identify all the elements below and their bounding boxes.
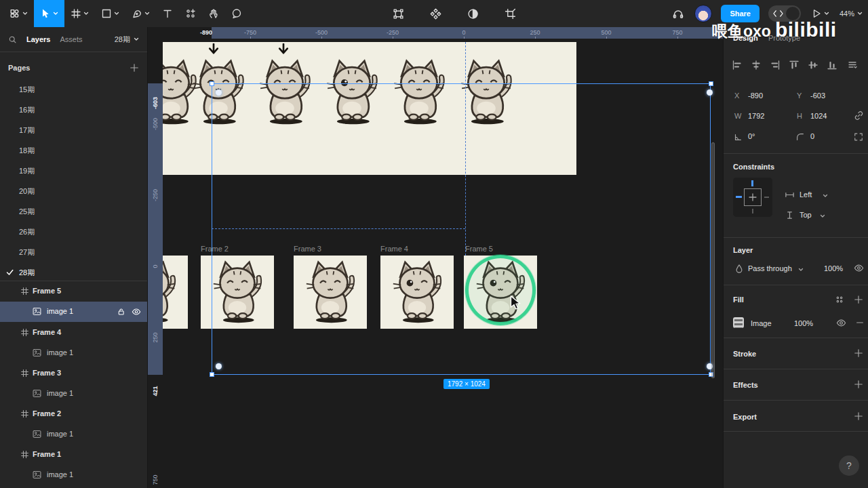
page-item[interactable]: 15期 [0, 79, 147, 100]
add-effect-icon[interactable] [854, 380, 863, 389]
selection-handle-ne[interactable] [709, 81, 713, 86]
unlock-icon[interactable] [117, 307, 125, 316]
constraints-widget[interactable] [733, 178, 772, 217]
h-ruler-label: 750 [672, 29, 682, 36]
corner-radius-value[interactable]: 0 [810, 132, 814, 140]
layer-frame-5[interactable]: Frame 5 [0, 281, 147, 302]
horizontal-constraint-value[interactable]: Left [800, 190, 812, 199]
layer-image-1[interactable]: image 1 [0, 465, 147, 485]
canvas-scrollbar[interactable] [711, 142, 715, 378]
crop-button[interactable] [498, 0, 522, 27]
add-fill-icon[interactable] [854, 295, 863, 304]
x-value[interactable]: -890 [748, 92, 763, 100]
distribute-more-icon[interactable] [847, 60, 858, 70]
page-item[interactable]: 17期 [0, 120, 147, 140]
align-left-icon[interactable] [732, 60, 743, 70]
add-stroke-icon[interactable] [854, 348, 863, 358]
layer-frame-2[interactable]: Frame 2 [0, 404, 147, 424]
avatar[interactable] [694, 5, 712, 22]
resources-tool-button[interactable] [179, 0, 202, 27]
page-selector[interactable]: 28期 [115, 35, 139, 45]
align-vertical-center-icon[interactable] [808, 60, 818, 70]
pen-tool-button[interactable] [125, 0, 156, 27]
frame-thumbnail-3[interactable] [294, 256, 367, 329]
styles-icon[interactable] [835, 295, 844, 304]
layer-image-1[interactable]: image 1 [0, 384, 147, 404]
fill-image-thumbnail[interactable] [733, 317, 744, 328]
horizontal-ruler[interactable]: -890 -750 -500 -250 0 250 500 750 [163, 27, 723, 39]
layer-opacity-value[interactable]: 100% [824, 264, 843, 272]
vertical-constraint-icon [785, 210, 795, 220]
page-item[interactable]: 19期 [0, 161, 147, 181]
frame-label[interactable]: Frame 2 [201, 245, 229, 253]
tab-layers[interactable]: Layers [26, 35, 50, 43]
frame-label[interactable]: Frame 5 [465, 245, 493, 253]
mask-button[interactable] [461, 0, 485, 27]
zoom-control[interactable]: 44% [840, 9, 863, 18]
edit-object-button[interactable] [387, 0, 410, 27]
component-button[interactable] [424, 0, 448, 27]
constraint-top-pin[interactable] [751, 180, 753, 186]
layer-image-1[interactable]: image 1 [0, 424, 147, 445]
shape-tool-button[interactable] [95, 0, 125, 27]
eye-icon[interactable] [132, 307, 141, 317]
align-top-icon[interactable] [789, 60, 800, 70]
eye-icon[interactable] [836, 318, 846, 328]
frame-label[interactable]: Frame 4 [380, 245, 408, 253]
frame-label[interactable]: Frame 3 [294, 245, 321, 253]
eye-icon[interactable] [854, 263, 864, 273]
move-tool-button[interactable] [34, 0, 64, 27]
rotation-value[interactable]: 0° [748, 132, 755, 140]
page-item[interactable]: 20期 [0, 181, 147, 201]
align-right-icon[interactable] [770, 60, 781, 70]
cat-sprite [388, 57, 450, 126]
remove-fill-icon[interactable] [855, 318, 865, 327]
corner-radius-handle[interactable] [707, 89, 713, 96]
layer-frame-1[interactable]: Frame 1 [0, 445, 147, 465]
page-item[interactable]: 27期 [0, 242, 147, 262]
layer-frame-4[interactable]: Frame 4 [0, 323, 147, 343]
layer-image-1-selected[interactable]: image 1 [0, 302, 147, 322]
search-icon[interactable] [8, 35, 17, 44]
sprite-sheet-frame[interactable] [148, 42, 576, 175]
page-item-active[interactable]: 28期 [0, 262, 147, 283]
image-layer-icon [33, 307, 41, 316]
fill-opacity[interactable]: 100% [794, 319, 813, 327]
add-export-icon[interactable] [854, 411, 863, 421]
frame-thumbnail-2[interactable] [201, 256, 274, 329]
page-item[interactable]: 25期 [0, 201, 147, 222]
dev-mode-icon [773, 9, 783, 18]
help-button[interactable]: ? [839, 455, 859, 476]
fill-type[interactable]: Image [751, 319, 772, 327]
hand-tool-button[interactable] [202, 0, 225, 27]
main-menu-button[interactable] [3, 0, 34, 27]
comment-tool-button[interactable] [225, 0, 248, 27]
frame-tool-button[interactable] [64, 0, 95, 27]
corner-radius-handle[interactable] [216, 363, 222, 369]
add-page-icon[interactable] [130, 63, 139, 73]
tab-assets[interactable]: Assets [60, 35, 82, 43]
independent-corners-icon[interactable] [854, 132, 863, 142]
constraint-left-pin[interactable] [736, 196, 742, 198]
selection-handle-nw[interactable] [210, 81, 214, 86]
page-item[interactable]: 18期 [0, 140, 147, 161]
selection-handle-sw[interactable] [210, 372, 214, 377]
align-horizontal-center-icon[interactable] [751, 60, 762, 70]
canvas[interactable]: Frame 2 Frame 3 Frame 4 Frame 5 [148, 27, 723, 488]
y-value[interactable]: -603 [810, 92, 825, 100]
corner-radius-handle[interactable] [216, 89, 222, 96]
h-value[interactable]: 1024 [810, 112, 827, 120]
vertical-ruler[interactable]: -603 -500 -250 0 250 421 750 [148, 39, 163, 488]
vertical-constraint-value[interactable]: Top [800, 211, 812, 219]
layer-image-1[interactable]: image 1 [0, 343, 147, 363]
link-dimensions-icon[interactable] [854, 110, 864, 121]
audio-button[interactable] [671, 0, 686, 27]
frame-thumbnail-4[interactable] [380, 256, 454, 329]
align-bottom-icon[interactable] [827, 60, 837, 70]
text-tool-button[interactable] [156, 0, 179, 27]
w-value[interactable]: 1792 [748, 112, 764, 120]
layer-frame-3[interactable]: Frame 3 [0, 363, 147, 384]
blend-mode-value[interactable]: Pass through [748, 264, 792, 272]
page-item[interactable]: 26期 [0, 222, 147, 242]
page-item[interactable]: 16期 [0, 100, 147, 120]
